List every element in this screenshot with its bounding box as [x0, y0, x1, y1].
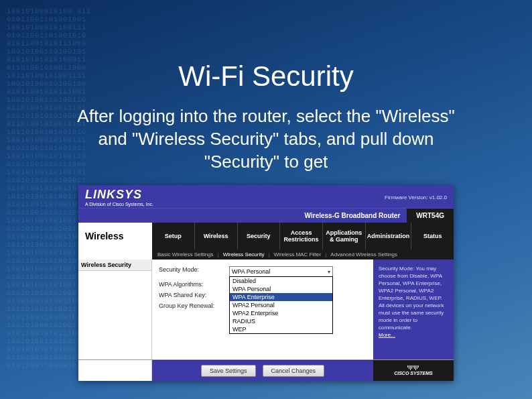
save-button[interactable]: Save Settings: [201, 365, 256, 377]
subtab-basic[interactable]: Basic Wireless Settings: [157, 251, 214, 258]
option-wpa2-enterprise[interactable]: WPA2 Enterprise: [230, 309, 332, 317]
help-more-link[interactable]: More...: [379, 332, 395, 338]
subtab-mac[interactable]: Wireless MAC Filter: [274, 251, 322, 258]
firmware-version: Firmware Version: v1.02.0: [385, 194, 447, 201]
cisco-bars-icon: [407, 365, 419, 370]
sub-tabs: Basic Wireless Settings | Wireless Secur…: [152, 249, 454, 260]
option-wpa-enterprise[interactable]: WPA Enterprise: [230, 293, 332, 301]
tab-apps[interactable]: Applications & Gaming: [323, 223, 366, 249]
slide-blurb: After logging into the router, select th…: [74, 105, 458, 173]
option-radius[interactable]: RADIUS: [230, 317, 332, 325]
cancel-button[interactable]: Cancel Changes: [263, 365, 325, 377]
slide-title: Wi-Fi Security: [0, 60, 532, 93]
cisco-text: CISCO SYSTEMS: [394, 371, 433, 376]
tab-admin[interactable]: Administration: [366, 223, 412, 249]
section-label: Wireless: [78, 223, 152, 249]
security-mode-dropdown[interactable]: Disabled WPA Personal WPA Enterprise WPA…: [229, 276, 333, 334]
router-screenshot: LINKSYS A Division of Cisco Systems, Inc…: [78, 185, 454, 381]
subtab-advanced[interactable]: Advanced Wireless Settings: [330, 251, 397, 258]
tab-wireless[interactable]: Wireless: [195, 223, 238, 249]
model-name: Wireless-G Broadband Router: [85, 209, 407, 223]
help-panel: Security Mode: You may choose from Disab…: [373, 260, 454, 359]
tab-access[interactable]: Access Restrictions: [280, 223, 323, 249]
tab-setup[interactable]: Setup: [152, 223, 195, 249]
security-mode-value: WPA Personal: [232, 268, 270, 275]
subtab-security[interactable]: Wireless Security: [223, 251, 265, 258]
brand-text: LINKSYS: [85, 188, 153, 202]
linksys-logo: LINKSYS A Division of Cisco Systems, Inc…: [85, 188, 153, 207]
option-disabled[interactable]: Disabled: [230, 277, 332, 285]
option-wpa2-personal[interactable]: WPA2 Personal: [230, 301, 332, 309]
wpa-shared-key-label: WPA Shared Key:: [159, 292, 229, 298]
option-wep[interactable]: WEP: [230, 325, 332, 333]
side-panel-title: Wireless Security: [78, 260, 151, 271]
cisco-logo: CISCO SYSTEMS: [373, 360, 454, 381]
security-mode-select[interactable]: WPA Personal ▾: [229, 266, 333, 277]
security-mode-label: Security Mode:: [159, 266, 229, 273]
main-tabs: Setup Wireless Security Access Restricti…: [152, 223, 454, 249]
model-code: WRT54G: [407, 209, 454, 223]
tab-security[interactable]: Security: [238, 223, 281, 249]
option-wpa-personal[interactable]: WPA Personal: [230, 285, 332, 293]
wpa-algorithms-label: WPA Algorithms:: [159, 281, 229, 288]
tab-status[interactable]: Status: [411, 223, 454, 249]
group-key-renewal-label: Group Key Renewal:: [159, 302, 229, 309]
chevron-down-icon: ▾: [328, 269, 330, 275]
help-text: Security Mode: You may choose from Disab…: [379, 266, 444, 331]
brand-subtext: A Division of Cisco Systems, Inc.: [85, 202, 153, 207]
